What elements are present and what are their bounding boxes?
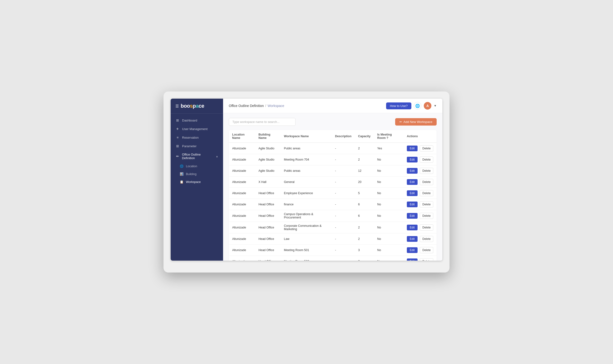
cell-workspace: finance [280, 199, 332, 210]
cell-location: Altunizade [229, 177, 255, 188]
hamburger-icon[interactable]: ☰ [175, 104, 179, 108]
cell-description: - [332, 143, 355, 154]
sidebar-subitem-building[interactable]: 📊 Building [171, 170, 223, 178]
delete-button[interactable]: Delete [420, 179, 433, 185]
table-row: Altunizade Head Office Employee Experien… [229, 188, 437, 199]
delete-button[interactable]: Delete [420, 145, 433, 152]
cell-location: Altunizade [229, 245, 255, 256]
edit-button[interactable]: Edit [407, 179, 418, 185]
sidebar-subitem-location[interactable]: 🌐 Location [171, 162, 223, 170]
cell-meeting-room: No [374, 199, 403, 210]
col-description: Description [332, 130, 355, 143]
delete-button[interactable]: Delete [420, 213, 433, 219]
user-management-icon: ✈ [175, 127, 180, 131]
top-bar: Office Outline Definition / Workspace Ho… [223, 99, 442, 113]
cell-building: Head Office [255, 256, 280, 261]
cell-meeting-room: No [374, 222, 403, 234]
cell-actions: Edit Delete [403, 165, 437, 177]
cell-description: - [332, 256, 355, 261]
sidebar-item-label: Dashboard [182, 119, 197, 122]
cell-actions: Edit Delete [403, 256, 437, 261]
cell-location: Altunizade [229, 210, 255, 222]
content-toolbar: ✏ Add New Workspace [229, 118, 437, 126]
cell-building: X Hall [255, 177, 280, 188]
cell-meeting-room: No [374, 154, 403, 165]
sidebar-item-parameter[interactable]: ⊞ Parameter [171, 142, 223, 150]
edit-button[interactable]: Edit [407, 247, 418, 253]
cell-actions: Edit Delete [403, 199, 437, 210]
cell-workspace: Corporate Communication & Marketing [280, 222, 332, 234]
col-actions: Actions [403, 130, 437, 143]
cell-capacity: 12 [355, 165, 374, 177]
sidebar-subitem-workspace[interactable]: 📋 Workspace [171, 178, 223, 186]
add-button-label: Add New Workspace [403, 120, 432, 124]
globe-icon[interactable]: 🌐 [414, 102, 421, 110]
cell-location: Altunizade [229, 256, 255, 261]
cell-workspace: Meeting Room 704 [280, 154, 332, 165]
edit-button[interactable]: Edit [407, 145, 418, 151]
edit-button[interactable]: Edit [407, 202, 418, 207]
cell-workspace: Meeting Room 502 [280, 256, 332, 261]
cell-capacity: 2 [355, 256, 374, 261]
sidebar-item-reservation[interactable]: ≡ Reservation [171, 133, 223, 142]
cell-description: - [332, 177, 355, 188]
add-workspace-button[interactable]: ✏ Add New Workspace [395, 118, 437, 126]
breadcrumb-main: Office Outline Definition [229, 104, 264, 108]
table-row: Altunizade Head Office Corporate Communi… [229, 222, 437, 234]
cell-capacity: 6 [355, 210, 374, 222]
table-row: Altunizade Head Office Meeting Room 502 … [229, 256, 437, 261]
delete-button[interactable]: Delete [420, 224, 433, 231]
cell-capacity: 3 [355, 245, 374, 256]
table-row: Altunizade Agile Studio Meeting Room 704… [229, 154, 437, 165]
cell-building: Head Office [255, 222, 280, 234]
delete-button[interactable]: Delete [420, 168, 433, 174]
cell-meeting-room: No [374, 245, 403, 256]
top-bar-actions: How to Use? 🌐 A ▼ [386, 102, 437, 110]
cell-building: Head Office [255, 210, 280, 222]
sidebar-subitem-label: Workspace [186, 180, 201, 184]
edit-button[interactable]: Edit [407, 259, 418, 260]
search-input[interactable] [229, 118, 295, 126]
logo-text: boospace [181, 103, 204, 109]
cell-description: - [332, 188, 355, 199]
table-row: Altunizade Agile Studio Public areas - 1… [229, 165, 437, 177]
cell-location: Altunizade [229, 199, 255, 210]
edit-button[interactable]: Edit [407, 236, 418, 242]
cell-meeting-room: No [374, 188, 403, 199]
user-avatar[interactable]: A [424, 102, 431, 110]
how-to-use-button[interactable]: How to Use? [386, 103, 411, 109]
user-dropdown-icon[interactable]: ▼ [434, 104, 437, 107]
sidebar-item-user-management[interactable]: ✈ User Management [171, 125, 223, 133]
cell-actions: Edit Delete [403, 177, 437, 188]
cell-capacity: 2 [355, 222, 374, 234]
edit-button[interactable]: Edit [407, 157, 418, 162]
sidebar-subitem-label: Location [186, 165, 197, 168]
cell-building: Agile Studio [255, 143, 280, 154]
edit-button[interactable]: Edit [407, 190, 418, 196]
sidebar-item-dashboard[interactable]: ⊞ Dashboard [171, 116, 223, 125]
edit-button[interactable]: Edit [407, 168, 418, 174]
cell-location: Altunizade [229, 165, 255, 177]
breadcrumb-sep: / [265, 104, 266, 108]
sidebar-item-label: User Management [182, 127, 208, 131]
office-outline-icon: ✏ [175, 154, 179, 158]
edit-button[interactable]: Edit [407, 213, 418, 219]
edit-button[interactable]: Edit [407, 225, 418, 230]
cell-capacity: 2 [355, 234, 374, 245]
table-row: Altunizade Head Office Campus Operations… [229, 210, 437, 222]
delete-button[interactable]: Delete [420, 258, 433, 260]
cell-building: Head Office [255, 245, 280, 256]
delete-button[interactable]: Delete [420, 190, 433, 196]
cell-actions: Edit Delete [403, 234, 437, 245]
cell-capacity: 2 [355, 143, 374, 154]
delete-button[interactable]: Delete [420, 156, 433, 163]
delete-button[interactable]: Delete [420, 236, 433, 242]
sidebar-item-office-outline[interactable]: ✏ Office Outline Definition ▲ [171, 150, 223, 162]
delete-button[interactable]: Delete [420, 201, 433, 208]
table-row: Altunizade Head Office Law - 2 No Edit D… [229, 234, 437, 245]
delete-button[interactable]: Delete [420, 247, 433, 253]
location-icon: 🌐 [180, 164, 184, 168]
cell-description: - [332, 210, 355, 222]
sidebar-nav: ⊞ Dashboard ✈ User Management ≡ Reservat… [171, 114, 223, 256]
cell-workspace: Employee Experience [280, 188, 332, 199]
